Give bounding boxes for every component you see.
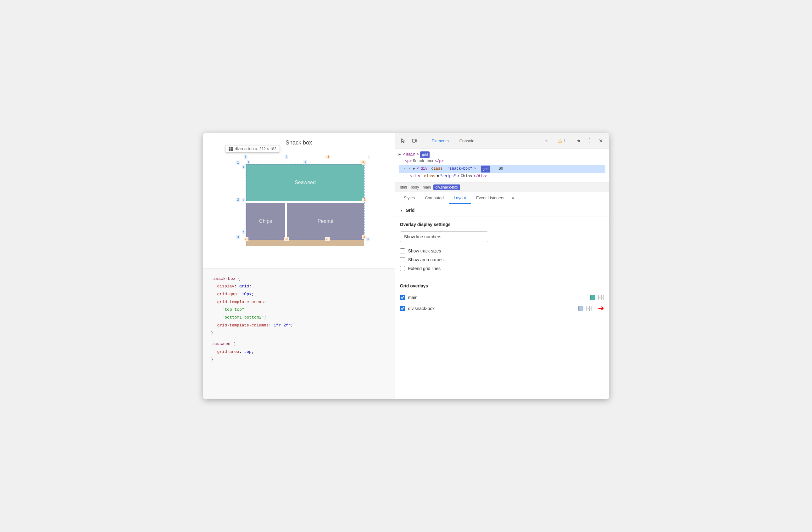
color-swatch-snack-box[interactable] xyxy=(578,306,583,311)
cell-peanut: Peanut xyxy=(287,203,364,240)
warning-badge: ⚠ 1 xyxy=(558,138,566,144)
dom-line-main[interactable]: ▶ < main > grid xyxy=(399,151,605,158)
checkbox-track-sizes-label: Show track sizes xyxy=(408,248,441,253)
devtools-toolbar: Elements Console » ⚠ 1 ⋮ xyxy=(395,133,609,149)
cell-chips: Chips xyxy=(246,203,285,240)
bc-snack-box[interactable]: div.snack-box xyxy=(433,184,460,190)
grid-num-top-neg1: -1 xyxy=(325,155,330,159)
tab-layout[interactable]: Layout xyxy=(449,192,471,204)
grid-inner-num-2: 2 xyxy=(242,198,245,201)
tab-event-listeners[interactable]: Event Listeners xyxy=(471,192,509,204)
tab-console[interactable]: Console xyxy=(454,137,480,145)
overlay-checkbox-snack-box[interactable] xyxy=(400,306,405,311)
checkbox-extend-grid: Extend grid lines xyxy=(400,264,604,273)
left-panel: Snack box div.snack-box 312 × 182 1 2 - xyxy=(203,133,395,399)
grid-section-header[interactable]: ▼ Grid xyxy=(395,204,609,217)
warning-icon: ⚠ xyxy=(558,138,562,144)
grid-section-title: Grid xyxy=(405,208,415,213)
tab-styles[interactable]: Styles xyxy=(399,192,420,204)
overlay-name-main: main xyxy=(408,295,587,300)
toolbar-divider xyxy=(423,137,423,144)
checkbox-extend-grid-input[interactable] xyxy=(400,266,405,271)
checkbox-area-names-label: Show area names xyxy=(408,257,444,262)
panel-more-tabs[interactable]: » xyxy=(509,192,517,204)
breadcrumb: html body main div.snack-box xyxy=(395,183,609,192)
red-arrow-annotation: ➜ xyxy=(598,304,604,313)
element-tooltip: div.snack-box 312 × 182 xyxy=(225,145,280,153)
grid-num-top-1: 1 xyxy=(244,155,247,159)
dom-tree: ▶ < main > grid <p> Snack box </p> ··· ▶… xyxy=(395,149,609,183)
toolbar-tabs: Elements Console xyxy=(427,137,541,145)
select-element-button[interactable] xyxy=(399,136,408,145)
css-selector-snack: .snack-box xyxy=(211,276,235,281)
tooltip-element-name: div.snack-box xyxy=(235,147,258,151)
grid-inner-num-1: 1 xyxy=(242,165,245,169)
grid-num-top-right-edge xyxy=(368,155,369,159)
bc-body[interactable]: body xyxy=(409,184,420,190)
dom-ellipsis[interactable]: ··· xyxy=(404,166,411,172)
grid-collapse-arrow: ▼ xyxy=(400,209,403,212)
grid-inner-num-3: 3 xyxy=(242,230,245,234)
overlay-settings-title: Overlay display settings xyxy=(400,222,604,227)
tab-elements[interactable]: Elements xyxy=(427,137,454,145)
svg-rect-1 xyxy=(416,140,417,142)
grid-pattern-snack-box[interactable] xyxy=(586,306,592,311)
browser-window: Snack box div.snack-box 312 × 182 1 2 - xyxy=(203,133,609,399)
checkbox-extend-grid-label: Extend grid lines xyxy=(408,266,441,271)
toolbar-divider-3 xyxy=(570,137,570,144)
grid-num-right-neg2: -2 xyxy=(362,198,366,202)
select-wrapper: Show line numbers Show area names Show t… xyxy=(400,232,604,242)
settings-button[interactable] xyxy=(574,136,583,145)
layout-panel: ▼ Grid Overlay display settings Show lin… xyxy=(395,204,609,399)
show-line-numbers-select[interactable]: Show line numbers Show area names Show t… xyxy=(400,232,488,242)
content-area: Snack box div.snack-box 312 × 182 1 2 - xyxy=(203,133,609,399)
warning-count: 1 xyxy=(564,139,566,143)
right-panel: Elements Console » ⚠ 1 ⋮ xyxy=(395,133,609,399)
more-options-button[interactable]: ⋮ xyxy=(585,136,594,145)
overlay-settings: Overlay display settings Show line numbe… xyxy=(395,217,609,278)
element-icon xyxy=(229,147,233,151)
overlay-row-main: main xyxy=(400,293,604,302)
overlay-checkbox-main[interactable] xyxy=(400,295,405,300)
close-button[interactable]: ✕ xyxy=(597,136,605,145)
checkbox-track-sizes-input[interactable] xyxy=(400,248,405,253)
grid-overlays-title: Grid overlays xyxy=(400,283,604,288)
grid-num-bot-neg3: -3 xyxy=(244,237,248,241)
grid-num-top-2: 2 xyxy=(285,155,288,159)
svg-rect-0 xyxy=(412,139,415,142)
dom-line-snack-box[interactable]: ··· ▶ < div class = "snack-box" > grid =… xyxy=(399,165,605,173)
badge-grid-main[interactable]: grid xyxy=(420,151,430,158)
grid-num-left-2: 2 xyxy=(236,198,240,202)
grid-num-left-1: 1 xyxy=(236,160,240,165)
dom-line-p[interactable]: <p> Snack box </p> xyxy=(399,158,605,165)
badge-grid-snackbox[interactable]: grid xyxy=(481,166,490,172)
grid-num-bot-neg1: -1 xyxy=(325,237,330,241)
color-swatch-main[interactable] xyxy=(590,295,595,300)
grid-inner-col-2: 2 xyxy=(304,160,307,164)
bc-html[interactable]: html xyxy=(399,184,408,190)
grid-overlays-section: Grid overlays main div.snack-box xyxy=(395,278,609,320)
grid-viz-area: Snack box div.snack-box 312 × 182 1 2 - xyxy=(203,133,395,268)
tab-computed[interactable]: Computed xyxy=(420,192,449,204)
grid-inner-col-1: 1 xyxy=(247,160,250,164)
grid-inner-col-neg3: -3 xyxy=(360,160,365,164)
device-toolbar-button[interactable] xyxy=(410,136,419,145)
grid-num-left-3: 3 xyxy=(236,235,240,239)
tooltip-dims: 312 × 182 xyxy=(259,147,276,151)
code-panel: .snack-box { display: grid; grid-gap: 10… xyxy=(203,268,395,399)
checkbox-area-names: Show area names xyxy=(400,255,604,264)
overlay-row-snack-box: div.snack-box ➜ xyxy=(400,302,604,315)
checkbox-track-sizes: Show track sizes xyxy=(400,247,604,255)
dom-line-chips[interactable]: < div class = "chips" > Chips </div> xyxy=(399,173,605,180)
toolbar-divider-2 xyxy=(554,137,554,144)
css-selector-seaweed: .seaweed xyxy=(211,341,231,346)
overlay-name-snack-box: div.snack-box xyxy=(408,306,575,311)
checkbox-area-names-input[interactable] xyxy=(400,257,405,262)
cell-seaweed: Seaweed xyxy=(246,164,364,201)
more-tabs-button[interactable]: » xyxy=(543,137,550,144)
grid-pattern-main[interactable] xyxy=(598,295,604,300)
bc-main[interactable]: main xyxy=(421,184,432,190)
grid-num-bot-neg2: -2 xyxy=(284,237,289,241)
panel-tabs: Styles Computed Layout Event Listeners » xyxy=(395,192,609,204)
grid-num-bot-3: 3 xyxy=(366,237,369,241)
